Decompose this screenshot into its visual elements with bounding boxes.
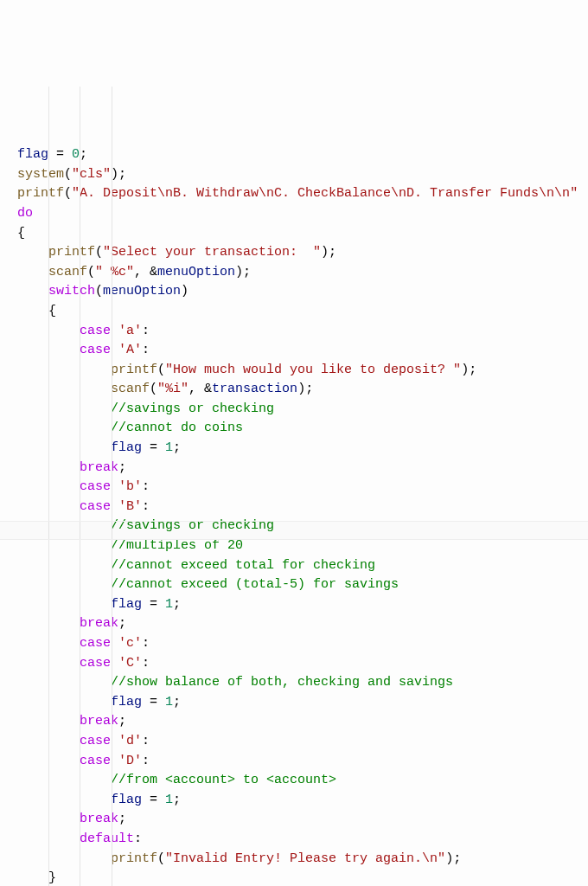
token-var: flag [111,695,142,709]
token-cmt: //savings or checking [111,401,274,416]
token-func: printf [17,186,64,201]
token-punct: = [142,597,165,612]
token-str: "cls" [72,167,111,182]
code-line: flag = 1; [17,439,571,459]
token-func: system [17,167,64,182]
token-punct: : [142,734,150,748]
token-punct: : [142,479,150,494]
token-kw: break [80,616,118,631]
code-line: printf("A. Deposit\nB. Withdraw\nC. Chec… [17,184,571,204]
token-punct: , & [134,265,157,279]
code-line: scanf("%i", &transaction); [17,380,571,400]
token-punct: : [142,343,150,357]
token-punct: } [48,870,56,885]
token-kw: case [80,479,111,494]
token-punct: , & [189,382,212,396]
token-str: 'A' [118,343,142,357]
token-punct: ; [118,460,126,475]
token-str: "How much would you like to deposit? " [165,363,461,377]
code-line: //cannot exceed (total-5) for savings [17,575,571,595]
token-str: "A. Deposit\nB. Withdraw\nC. CheckBalanc… [72,186,578,201]
token-kw: break [80,460,118,475]
token-punct: ( [157,363,165,377]
code-line: //cannot exceed total for checking [17,556,571,576]
token-str: 'd' [118,734,142,748]
token-func: printf [111,363,157,377]
token-punct: ( [150,382,157,396]
code-line: case 'd': [17,732,571,752]
token-punct: : [142,754,150,768]
token-punct [111,343,118,357]
token-kw: case [80,324,111,338]
code-line: printf("How much would you like to depos… [17,361,571,381]
code-line: switch(menuOption) [17,282,571,302]
token-punct: = [142,793,165,807]
token-kw: default [80,831,134,846]
token-punct: ; [118,616,126,631]
token-punct: : [134,831,142,846]
token-cmt: //cannot exceed total for checking [111,558,375,573]
token-kw: case [80,636,111,651]
token-punct [111,734,118,748]
token-str: 'D' [118,754,142,768]
token-punct: ) [181,284,189,299]
code-line: break; [17,712,571,732]
token-kw: case [80,343,111,357]
token-punct: ( [95,245,103,260]
code-line: { [17,224,571,244]
token-punct: { [48,304,56,318]
token-cmt: //multiples of 20 [111,538,243,553]
code-line: { [17,302,571,322]
token-punct: ( [87,265,95,279]
token-punct: ( [95,284,103,299]
token-var: flag [17,147,48,162]
token-kw: break [80,812,118,826]
code-line: flag = 1; [17,791,571,811]
code-lines: flag = 0;system("cls");printf("A. Deposi… [17,145,571,886]
token-kw: case [80,499,111,514]
code-line: break; [17,810,571,830]
token-cmt: //from <account> to <account> [111,773,336,787]
token-punct: = [48,147,72,162]
code-line: case 'a': [17,322,571,342]
token-kw: break [80,714,118,729]
code-line: case 'c': [17,634,571,654]
code-line: flag = 1; [17,693,571,713]
token-str: "Invalid Entry! Please try again.\n" [165,851,445,866]
token-punct: ); [445,851,461,866]
token-str: " %c" [95,265,134,279]
token-kw: case [80,754,111,768]
token-num: 1 [165,440,173,455]
token-str: 'C' [118,656,142,671]
token-punct: = [142,440,165,455]
code-line: break; [17,614,571,634]
token-punct: : [142,324,150,338]
token-func: scanf [111,382,150,396]
token-punct: ; [173,440,181,455]
token-punct: : [142,636,150,651]
token-var: menuOption [157,265,235,279]
token-str: 'b' [118,479,142,494]
token-num: 0 [72,147,80,162]
token-punct [111,754,118,768]
code-line: case 'D': [17,752,571,772]
token-kw: do [17,206,33,221]
token-var: flag [111,440,142,455]
token-punct: ; [173,695,181,709]
code-line: case 'C': [17,654,571,674]
token-punct: = [142,695,165,709]
token-punct [111,479,118,494]
code-line: scanf(" %c", &menuOption); [17,263,571,283]
token-var: flag [111,793,142,807]
code-line: //show balance of both, checking and sav… [17,673,571,693]
code-line: printf("Select your transaction: "); [17,243,571,263]
token-cmt: //cannot do coins [111,421,243,435]
token-var: menuOption [103,284,181,299]
token-punct: ); [461,363,476,377]
token-num: 1 [165,597,173,612]
code-line: case 'B': [17,498,571,517]
token-punct [111,656,118,671]
token-num: 1 [165,695,173,709]
token-func: scanf [48,265,87,279]
token-str: 'B' [118,499,142,514]
